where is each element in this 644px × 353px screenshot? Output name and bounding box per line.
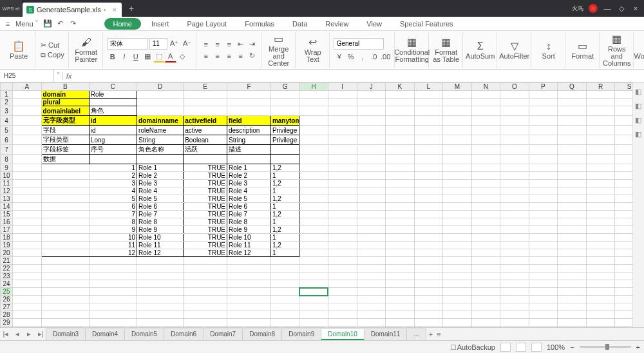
cell[interactable] [414,265,443,272]
cell[interactable] [89,272,137,280]
cell[interactable] [386,116,415,126]
cell[interactable]: 10 [89,234,137,242]
cell[interactable] [414,172,443,180]
cell[interactable] [586,234,615,242]
cell[interactable] [137,91,184,99]
rows-columns-button[interactable]: ▦Rows and Columns [603,33,630,67]
grid[interactable]: ABCDEFGHIJKLMNOPQRS 1domainRole2plural3d… [0,82,644,327]
cell[interactable] [386,91,415,99]
cell[interactable] [471,303,500,311]
cell[interactable] [357,257,386,265]
cell[interactable] [414,242,443,249]
cell[interactable] [299,135,328,145]
ribbon-tab-home[interactable]: Home [104,18,141,30]
cell[interactable] [558,242,587,249]
cell[interactable] [270,311,299,319]
cell[interactable] [558,234,587,242]
cell[interactable]: 1 [89,164,137,172]
cell[interactable] [13,116,42,126]
cell[interactable] [500,99,529,106]
row-header-2[interactable]: 2 [1,99,13,106]
justify-button[interactable]: ≡ [235,50,247,62]
row-header-28[interactable]: 28 [1,311,13,319]
cell[interactable] [137,319,184,327]
cell[interactable] [414,155,443,164]
cell[interactable] [41,218,89,226]
cell[interactable] [558,249,587,257]
cell[interactable]: 2 [89,172,137,180]
orientation-button[interactable]: ↻ [247,50,258,62]
cell[interactable] [386,319,415,327]
cell[interactable] [299,234,328,242]
cell[interactable] [299,116,328,126]
ribbon-tab-page-layout[interactable]: Page Layout [179,18,234,30]
cell[interactable] [500,226,529,234]
col-header-O[interactable]: O [500,83,529,91]
cell[interactable] [500,211,529,218]
cell[interactable] [471,203,500,211]
cell[interactable] [500,91,529,99]
cell[interactable]: domainname [137,116,184,126]
cell[interactable] [500,296,529,303]
cell[interactable]: 元字段类型 [41,116,89,126]
col-header-G[interactable]: G [270,83,299,91]
close-tab-icon[interactable]: × [113,6,117,14]
cell[interactable] [414,145,443,155]
cell[interactable] [386,106,415,116]
cell[interactable] [529,195,558,203]
cut-button[interactable]: ✂Cut [39,41,61,50]
copy-button[interactable]: ⧉Copy [39,50,66,60]
underline-button[interactable]: U [130,51,142,62]
cell[interactable] [13,155,42,164]
cell[interactable] [357,272,386,280]
cell[interactable] [558,145,587,155]
cell[interactable] [414,135,443,145]
cell[interactable] [586,257,615,265]
cell[interactable] [299,296,328,303]
cell[interactable] [357,155,386,164]
cell[interactable] [299,272,328,280]
cell[interactable] [558,195,587,203]
cell[interactable] [13,145,42,155]
cell[interactable] [89,265,137,272]
cell[interactable] [558,296,587,303]
cell[interactable] [328,195,357,203]
cell[interactable] [328,234,357,242]
cell[interactable]: 1 [270,218,299,226]
cell[interactable] [500,257,529,265]
cell[interactable] [89,257,137,265]
cell[interactable] [586,296,615,303]
cell[interactable] [357,116,386,126]
cell[interactable] [529,319,558,327]
cell[interactable] [443,180,472,187]
cell[interactable]: field [227,116,271,126]
cell[interactable] [41,288,89,296]
cell[interactable] [386,226,415,234]
cell[interactable] [586,311,615,319]
cell[interactable]: Role 6 [137,203,184,211]
cell[interactable] [299,99,328,106]
cell[interactable]: TRUE [184,218,227,226]
cell[interactable] [227,288,271,296]
cell[interactable] [299,172,328,180]
row-header-16[interactable]: 16 [1,218,13,226]
cell[interactable] [558,116,587,126]
cell[interactable] [328,280,357,288]
cell[interactable] [299,265,328,272]
cell[interactable] [13,303,42,311]
cell[interactable] [137,265,184,272]
cell[interactable] [13,288,42,296]
cell[interactable] [471,218,500,226]
cell[interactable] [270,91,299,99]
cell[interactable]: Privilege [270,135,299,145]
view-break-button[interactable] [531,343,542,352]
col-header-H[interactable]: H [299,83,328,91]
cell[interactable] [529,106,558,116]
cell[interactable] [414,280,443,288]
select-all-corner[interactable] [1,83,13,91]
cell[interactable] [13,195,42,203]
cell[interactable] [414,99,443,106]
cell[interactable]: 1,2 [270,195,299,203]
cell[interactable] [471,226,500,234]
cell[interactable] [443,234,472,242]
